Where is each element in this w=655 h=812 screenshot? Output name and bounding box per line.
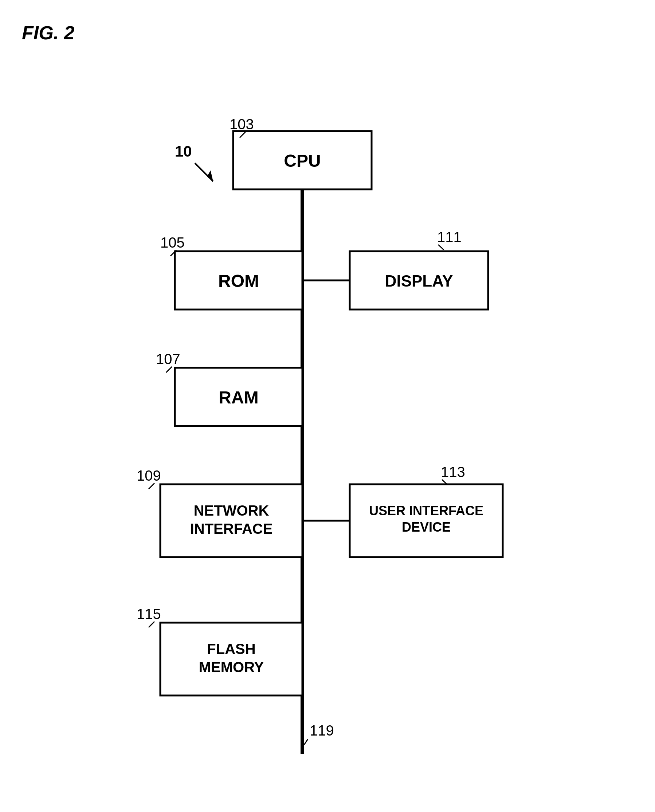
display-ref: 111: [437, 229, 461, 245]
network-interface-ref: 109: [137, 468, 161, 484]
system-ref-label: 10: [175, 143, 192, 160]
rom-ref: 105: [160, 235, 185, 250]
cpu-label: CPU: [284, 151, 321, 170]
ram-label: RAM: [218, 388, 258, 407]
svg-line-18: [149, 622, 154, 628]
svg-line-3: [304, 739, 308, 744]
flash-memory-label-line1: FLASH: [207, 641, 255, 657]
svg-line-10: [438, 245, 444, 250]
ram-ref: 107: [156, 351, 180, 367]
flash-memory-ref: 115: [137, 606, 161, 622]
display-label: DISPLAY: [385, 272, 453, 290]
bus-ref: 119: [310, 722, 334, 738]
figure-label: FIG. 2: [22, 22, 74, 44]
diagram-container: 10 CPU 103 119 ROM 105 DISPLAY 1: [73, 73, 583, 764]
network-interface-label-line2: INTERFACE: [190, 521, 273, 537]
cpu-ref: 103: [229, 116, 254, 132]
flash-memory-label-line2: MEMORY: [199, 659, 264, 675]
svg-marker-1: [207, 170, 213, 181]
user-interface-device-label-line2: DEVICE: [402, 520, 451, 534]
network-interface-label-line1: NETWORK: [194, 502, 269, 519]
rom-label: ROM: [218, 271, 259, 290]
user-interface-device-label-line1: USER INTERFACE: [369, 503, 483, 518]
user-interface-device-ref: 113: [441, 464, 465, 480]
svg-line-14: [149, 483, 154, 489]
svg-line-12: [166, 367, 172, 373]
